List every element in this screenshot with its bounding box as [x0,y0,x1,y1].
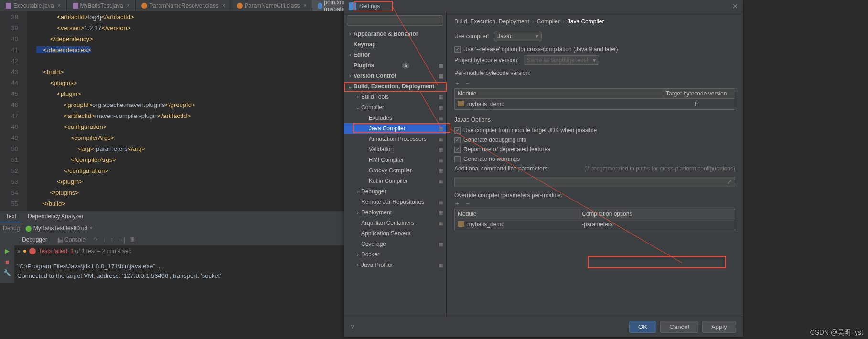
file-icon [6,3,11,9]
tree-item[interactable]: Keymap [344,39,446,50]
add-icon[interactable]: ＋ [454,79,460,87]
console-icon: ▤ [58,236,64,243]
per-module-label: Per-module bytecode version: [454,70,735,76]
addl-params-input[interactable]: ⤢ [454,177,735,187]
tab-debugger[interactable]: Debugger [19,235,50,244]
override-table-header: Module Compilation options [454,209,735,219]
editor-tab[interactable]: MyBatisTest.java× [67,0,136,11]
gear-icon: ▦ [439,220,443,226]
tree-item[interactable]: Annotation Processors▦ [344,134,446,144]
module-row[interactable]: mybatis_demo 8 [454,99,735,110]
close-icon[interactable]: × [222,3,225,8]
tree-item[interactable]: ›Version Control▦ [344,71,446,81]
tree-item[interactable]: Validation▦ [344,144,446,155]
use-compiler-select[interactable]: Javac [494,32,542,41]
help-icon[interactable]: ? [351,324,354,330]
evaluate-icon[interactable]: 🖩 [130,236,136,243]
gear-icon: ▦ [439,168,443,174]
file-icon [73,3,78,9]
editor-tab[interactable]: ParamNameUtil.class× [231,0,312,11]
opt-debug-info[interactable]: Generate debugging info [454,137,735,143]
override-row[interactable]: mybatis_demo -parameters [454,219,735,230]
console-line: "C:\Program Files\Java\jdk1.8.0_171\bin\… [17,262,341,271]
console-output[interactable]: "C:\Program Files\Java\jdk1.8.0_171\bin\… [14,260,344,283]
tree-item[interactable]: ⌄Build, Execution, Deployment [344,81,446,92]
stop-icon[interactable]: ■ [5,258,9,265]
tree-item[interactable]: ›Debugger [344,186,446,197]
tree-item[interactable]: Excludes▦ [344,113,446,123]
gear-icon: ▦ [439,73,443,79]
tests-failed-text: Tests failed: 1 of 1 test – 2 min 9 sec [39,248,131,254]
close-icon[interactable]: × [58,3,61,8]
remove-icon[interactable]: － [465,200,471,208]
addl-params-hint: ('/' recommended in paths for cross-plat… [584,165,735,172]
breadcrumb: Build, Execution, Deployment›Compiler›Ja… [454,18,735,25]
run-to-cursor-icon[interactable]: →| [118,236,125,243]
tree-item[interactable]: ⌄Compiler▦ [344,102,446,113]
tab-text[interactable]: Text [0,211,22,222]
expand-icon[interactable]: ⤢ [727,179,732,185]
tree-item[interactable]: Java Compiler▦ [344,123,446,134]
tree-item[interactable]: ›Deployment▦ [344,207,446,218]
search-input[interactable] [347,15,443,26]
tab-console[interactable]: ▤ Console [55,235,88,244]
tree-item[interactable]: ›Editor [344,50,446,60]
warn-dot-icon [23,250,26,253]
release-option-checkbox[interactable]: Use '--release' option for cross-compila… [454,46,735,53]
step-over-icon[interactable]: ↷ [93,236,98,243]
tree-item[interactable]: ›Docker [344,249,446,260]
tree-item[interactable]: Remote Jar Repositories▦ [344,197,446,207]
opt-deprecated[interactable]: Report use of deprecated features [454,146,735,153]
gutter: 383940414243444546474849505152535455 [0,11,27,211]
gear-icon: ▦ [439,136,443,142]
tree-item[interactable]: Application Servers [344,228,446,239]
double-chevron-icon[interactable]: » [17,248,21,254]
gear-icon: ▦ [439,210,443,216]
remove-icon[interactable]: － [465,79,471,87]
tree-item[interactable]: Kotlin Compiler▦ [344,176,446,186]
close-icon[interactable]: ✕ [732,2,738,10]
folder-icon [458,221,464,227]
add-icon[interactable]: ＋ [454,200,460,208]
opt-target-jdk[interactable]: Use compiler from module target JDK when… [454,127,735,134]
close-icon[interactable]: × [127,3,130,8]
gear-icon: ▦ [439,105,443,111]
settings-icon[interactable]: 🔧 [3,269,11,276]
bug-icon: ⬤ [25,225,32,232]
tree-item[interactable]: Plugins5▦ [344,60,446,71]
bytecode-select[interactable]: Same as language level [524,55,599,65]
tree-item[interactable]: Coverage▦ [344,239,446,249]
dialog-titlebar[interactable]: Settings ✕ [344,0,743,12]
opt-no-warnings[interactable]: Generate no warnings [454,156,735,162]
editor-tab[interactable]: ParamNameResolver.class× [136,0,231,11]
close-icon[interactable]: × [303,3,306,8]
close-icon[interactable]: × [89,225,93,232]
checkbox-icon [454,137,461,143]
tree-item[interactable]: Groovy Compiler▦ [344,165,446,176]
step-out-icon[interactable]: ↑ [110,236,113,243]
tree-item[interactable]: Arquillian Containers▦ [344,218,446,228]
tree-item[interactable]: ›Build Tools▦ [344,92,446,102]
gear-icon: ▦ [439,115,443,121]
debug-label: Debug: [3,225,21,232]
code-editor[interactable]: <artifactId>log4j</artifactId> <version>… [27,11,344,211]
checkbox-icon [454,147,461,153]
apply-button[interactable]: Apply [702,321,736,333]
ok-button[interactable]: OK [629,321,656,333]
override-label: Override compiler parameters per-module: [454,192,735,199]
settings-dialog: Settings ✕ ›Appearance & BehaviorKeymap›… [344,0,743,337]
rerun-icon[interactable]: ▶ [5,247,10,254]
cancel-button[interactable]: Cancel [660,321,698,333]
javac-section: Javac Options [454,117,735,123]
bottom-tabs: Text Dependency Analyzer [0,211,344,222]
tree-item[interactable]: ›Java Profiler▦ [344,260,446,270]
run-config-tab[interactable]: ⬤ MyBatisTest.testCrud × [25,225,93,232]
gear-icon: ▦ [439,262,443,268]
gear-icon: ▦ [439,94,443,100]
bytecode-label: Project bytecode version: [454,57,519,64]
step-into-icon[interactable]: ↓ [103,236,106,243]
tree-item[interactable]: ›Appearance & Behavior [344,29,446,39]
tree-item[interactable]: RMI Compiler▦ [344,155,446,165]
tab-dependency-analyzer[interactable]: Dependency Analyzer [22,211,89,222]
editor-tab[interactable]: Executable.java× [0,0,67,11]
